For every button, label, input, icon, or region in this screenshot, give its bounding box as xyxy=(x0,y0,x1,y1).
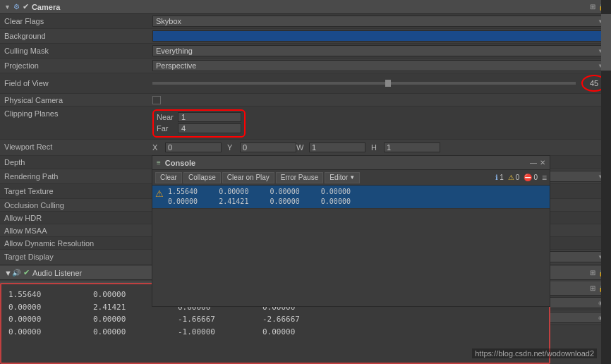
data-r0c0: 1.55640 xyxy=(8,289,65,301)
physical-camera-checkbox[interactable] xyxy=(152,96,161,104)
console-title: Console xyxy=(165,159,195,167)
viewport-h-field: H xyxy=(371,142,440,152)
viewport-xy-row: X Y xyxy=(152,142,296,152)
test-grid-icon[interactable]: ⊞ xyxy=(590,284,595,292)
clear-on-play-button[interactable]: Clear on Play xyxy=(222,172,274,183)
background-label: Background xyxy=(4,32,152,40)
error-pause-button[interactable]: Error Pause xyxy=(276,172,323,183)
culling-mask-label: Culling Mask xyxy=(4,47,152,55)
audio-triangle[interactable]: ▼ xyxy=(4,269,12,277)
data-r3c2: -1.00000 xyxy=(178,326,234,339)
x-input[interactable] xyxy=(165,142,222,152)
viewport-rect-row: Viewport Rect X Y W H xyxy=(0,140,611,156)
scrollbar-thumb[interactable] xyxy=(601,14,611,71)
console-data-line2: 0.00000 2.41421 0.00000 0.00000 xyxy=(168,197,351,207)
h-label: H xyxy=(371,143,382,152)
fov-value: 45 xyxy=(152,75,607,92)
console-counts: ℹ 1 ⚠ 0 ⛔ 0 xyxy=(495,174,538,181)
camera-component-header[interactable]: ▼ ⚙ ✔ Camera ⊞ 🔒 xyxy=(0,0,611,14)
clipping-planes-value: Near Far xyxy=(152,109,607,138)
data-r2c0: 0.00000 xyxy=(8,313,65,326)
error-icon: ⛔ xyxy=(524,174,532,181)
warning-row-icon: ⚠ xyxy=(155,188,164,199)
data-row-3: 0.00000 0.00000 -1.00000 0.00000 xyxy=(8,326,542,339)
audio-checkbox[interactable]: ✔ xyxy=(23,268,30,277)
clear-flags-value: Skybox ▼ xyxy=(152,16,607,27)
right-scrollbar[interactable] xyxy=(601,0,611,364)
near-label: Near xyxy=(157,113,178,121)
console-window-controls: — ✕ xyxy=(530,159,545,166)
grid-icon[interactable]: ⊞ xyxy=(590,3,595,11)
checkbox-camera[interactable]: ✔ xyxy=(23,2,29,11)
near-input[interactable] xyxy=(178,112,241,122)
projection-row: Projection Perspective ▼ xyxy=(0,59,611,73)
audio-grid-icon[interactable]: ⊞ xyxy=(590,269,595,277)
data-r1c1: 2.41421 xyxy=(93,301,150,314)
projection-dropdown[interactable]: Perspective ▼ xyxy=(152,60,607,71)
culling-mask-dropdown[interactable]: Everything ▼ xyxy=(152,45,607,56)
data-r0c1: 0.00000 xyxy=(93,289,150,301)
data-r2c2: -1.66667 xyxy=(178,313,234,326)
collapse-button[interactable]: Collapse xyxy=(183,172,221,183)
fov-slider-thumb[interactable] xyxy=(385,80,391,87)
data-r2c1: 0.00000 xyxy=(93,313,150,326)
console-data-line1: 1.55640 0.00000 0.00000 0.00000 xyxy=(168,187,351,197)
w-label: W xyxy=(296,143,308,152)
x-label: X xyxy=(152,143,164,152)
background-value xyxy=(152,30,607,42)
clear-flags-label: Clear Flags xyxy=(4,17,152,25)
clear-flags-dropdown[interactable]: Skybox ▼ xyxy=(152,16,607,27)
console-titlebar: ≡ Console — ✕ xyxy=(152,156,550,170)
error-count: ⛔ 0 xyxy=(524,174,538,181)
allow-dynamic-res-label: Allow Dynamic Resolution xyxy=(4,239,152,248)
allow-msaa-label: Allow MSAA xyxy=(4,226,152,235)
fov-label: Field of View xyxy=(4,79,152,87)
editor-button[interactable]: Editor ▼ xyxy=(325,172,360,183)
clipping-near-row: Near xyxy=(157,112,241,122)
console-content: ⚠ 1.55640 0.00000 0.00000 0.00000 0.0000… xyxy=(152,186,550,306)
viewport-y-field: Y xyxy=(227,142,296,152)
clear-button[interactable]: Clear xyxy=(155,172,182,183)
data-r3c1: 0.00000 xyxy=(93,326,150,339)
physical-camera-value xyxy=(152,96,607,104)
audio-icon: 🔊 xyxy=(12,269,20,277)
clipping-planes-label: Clipping Planes xyxy=(4,109,152,118)
data-r3c3: 0.00000 xyxy=(262,326,319,339)
info-icon: ℹ xyxy=(495,174,498,181)
console-row-1[interactable]: ⚠ 1.55640 0.00000 0.00000 0.00000 0.0000… xyxy=(152,186,550,209)
console-toolbar: Clear Collapse Clear on Play Error Pause… xyxy=(152,170,550,186)
w-input[interactable] xyxy=(309,142,365,152)
data-r2c3: -2.66667 xyxy=(262,313,319,326)
projection-label: Projection xyxy=(4,61,152,70)
data-row-2: 0.00000 0.00000 -1.66667 -2.66667 xyxy=(8,313,542,326)
background-color-swatch[interactable] xyxy=(152,30,607,42)
rendering-path-label: Rendering Path xyxy=(4,172,152,181)
target-texture-label: Target Texture xyxy=(4,187,152,195)
far-label: Far xyxy=(157,124,178,133)
y-input[interactable] xyxy=(240,142,296,152)
y-label: Y xyxy=(227,143,238,152)
warn-icon: ⚠ xyxy=(508,174,514,181)
viewport-w-field: W xyxy=(296,142,365,152)
close-icon[interactable]: ✕ xyxy=(540,159,545,166)
minimize-icon[interactable]: — xyxy=(530,159,537,166)
allow-hdr-label: Allow HDR xyxy=(4,214,152,222)
console-row-data-1: 1.55640 0.00000 0.00000 0.00000 0.00000 … xyxy=(168,187,351,207)
data-r1c0: 0.00000 xyxy=(8,301,65,314)
component-title: Camera xyxy=(32,3,60,11)
physical-camera-row: Physical Camera xyxy=(0,94,611,107)
fov-row: Field of View 45 xyxy=(0,73,611,94)
collapse-triangle[interactable]: ▼ xyxy=(4,4,11,11)
culling-mask-row: Culling Mask Everything ▼ xyxy=(0,44,611,59)
console-menu-icon[interactable]: ≡ xyxy=(542,173,547,183)
clear-flags-row: Clear Flags Skybox ▼ xyxy=(0,14,611,29)
culling-mask-value: Everything ▼ xyxy=(152,45,607,56)
h-input[interactable] xyxy=(384,142,440,152)
viewport-wh-row: W H xyxy=(296,142,440,152)
warn-count: ⚠ 0 xyxy=(508,174,520,181)
fov-slider-track[interactable] xyxy=(152,82,576,85)
info-count: ℹ 1 xyxy=(495,174,504,181)
far-input[interactable] xyxy=(178,123,241,133)
editor-dropdown-arrow: ▼ xyxy=(349,174,355,181)
viewport-rect-value: X Y W H xyxy=(152,142,607,154)
